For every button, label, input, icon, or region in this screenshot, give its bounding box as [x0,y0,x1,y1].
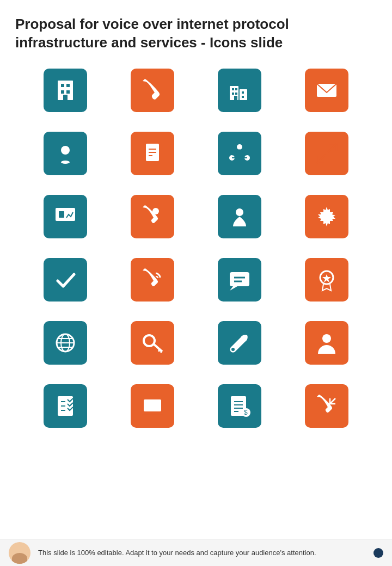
svg-line-29 [317,155,326,163]
svg-point-47 [144,335,155,346]
icon-phone-call [131,69,174,112]
icon-globe [44,321,87,365]
svg-rect-5 [63,95,68,100]
svg-rect-2 [66,84,70,87]
icon-chat-message [218,258,261,302]
svg-line-48 [154,344,162,352]
icon-settings [305,195,348,238]
svg-point-17 [61,161,70,164]
svg-marker-38 [230,286,237,291]
svg-point-35 [236,208,243,216]
svg-rect-10 [235,93,237,95]
icon-checkmark [44,258,87,302]
icon-presentation [44,195,87,238]
footer-dot [373,548,383,558]
icon-wifi-phone [131,258,174,302]
footer: This slide is 100% editable. Adapt it to… [0,539,392,566]
svg-rect-7 [232,88,234,90]
icon-checklist [44,384,87,428]
svg-rect-13 [242,91,244,94]
page-title: Proposal for voice over internet protoco… [0,0,392,63]
icon-phone-incoming [305,384,348,428]
icon-city-buildings [218,69,261,112]
svg-rect-12 [240,89,247,100]
icon-location-pin [44,132,87,175]
footer-text: This slide is 100% editable. Adapt it to… [38,549,366,557]
avatar [9,542,30,564]
svg-point-51 [231,348,235,351]
icon-collapse [305,132,348,175]
icon-phone-contact [131,195,174,238]
svg-rect-4 [66,90,70,94]
icons-grid: $ [0,63,392,439]
svg-line-28 [328,144,336,152]
svg-rect-9 [232,93,234,95]
icon-laptop-upload [131,384,174,428]
icon-document [131,132,174,175]
svg-point-22 [237,144,242,150]
icon-invoice: $ [218,384,261,428]
icon-person-location [218,195,261,238]
svg-rect-37 [230,272,249,286]
svg-rect-14 [242,96,244,98]
icon-email [305,69,348,112]
svg-line-67 [330,398,335,404]
icon-key [131,321,174,365]
icon-office-building [44,69,87,112]
icon-network-people [218,132,261,175]
svg-line-26 [240,150,247,155]
svg-rect-8 [235,88,237,90]
svg-rect-11 [234,96,237,100]
icon-person [305,321,348,365]
svg-point-16 [61,146,70,155]
svg-rect-33 [59,211,64,218]
icon-wrench [218,321,261,365]
svg-rect-1 [61,84,64,87]
svg-line-25 [232,150,240,155]
svg-text:$: $ [244,409,248,416]
svg-point-52 [322,334,331,343]
icon-award-badge [305,258,348,302]
svg-rect-3 [61,90,64,94]
